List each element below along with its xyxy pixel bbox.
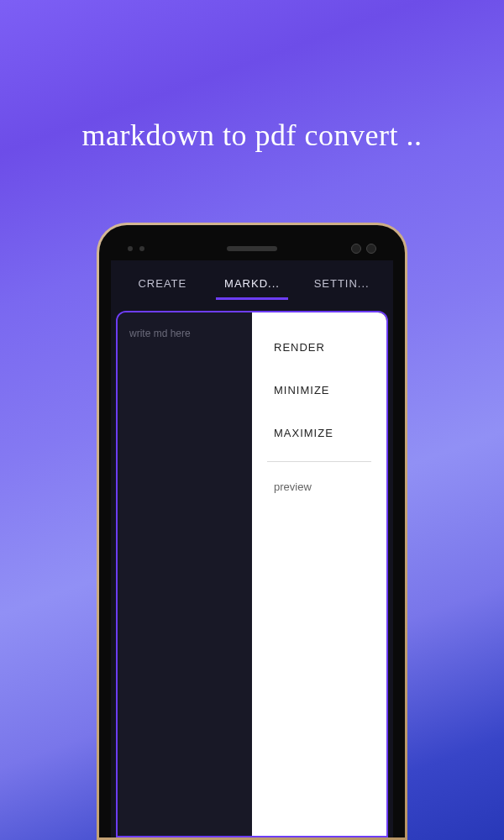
phone-hardware-top	[111, 237, 393, 260]
tab-bar: CREATE MARKD... SETTIN...	[111, 260, 393, 306]
editor-pane[interactable]: write md here	[118, 312, 252, 836]
divider	[267, 461, 371, 462]
minimize-button[interactable]: MINIMIZE	[264, 369, 375, 412]
sensor-icon	[128, 246, 133, 251]
phone-frame: CREATE MARKD... SETTIN... write md here …	[97, 223, 407, 840]
phone-inner: CREATE MARKD... SETTIN... write md here …	[99, 225, 405, 837]
maximize-button[interactable]: MAXIMIZE	[264, 412, 375, 454]
tab-markdown[interactable]: MARKD...	[207, 264, 297, 303]
tab-create[interactable]: CREATE	[118, 264, 207, 303]
page-title: markdown to pdf convert ..	[0, 0, 504, 153]
preview-label: preview	[264, 474, 375, 500]
camera-icon	[366, 244, 376, 254]
camera-icon	[351, 244, 361, 254]
sensor-icon	[139, 246, 144, 251]
tab-settings[interactable]: SETTIN...	[297, 264, 386, 303]
preview-pane: RENDER MINIMIZE MAXIMIZE preview	[252, 312, 386, 836]
speaker-icon	[227, 246, 277, 251]
render-button[interactable]: RENDER	[264, 326, 375, 369]
content-frame: write md here RENDER MINIMIZE MAXIMIZE p…	[116, 311, 388, 837]
app-screen: CREATE MARKD... SETTIN... write md here …	[111, 260, 393, 837]
editor-placeholder: write md here	[129, 328, 240, 339]
